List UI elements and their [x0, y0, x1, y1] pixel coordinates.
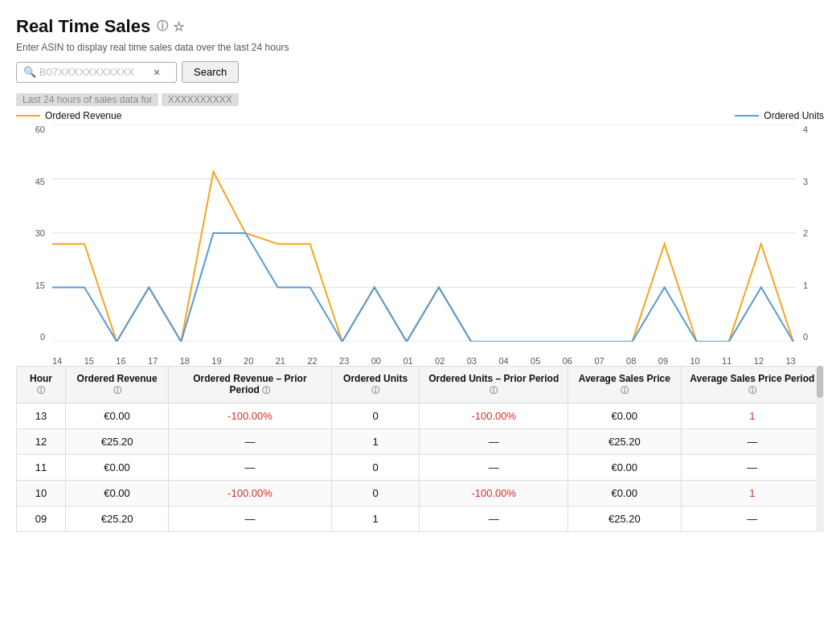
- table-cell: €0.00: [568, 455, 681, 481]
- data-table: Hour ⓘ Ordered Revenue ⓘ Ordered Revenue…: [16, 366, 824, 532]
- col-oup-info[interactable]: ⓘ: [490, 386, 498, 395]
- legend-ordered-units-label: Ordered Units: [764, 110, 824, 121]
- table-cell: 09: [17, 506, 66, 532]
- table-row: 12€25.20—1—€25.20—: [17, 429, 824, 455]
- table-cell: 0: [331, 455, 420, 481]
- table-cell: €0.00: [568, 404, 681, 429]
- col-avg-sales-price: Average Sales Price ⓘ: [568, 367, 681, 404]
- table-cell: 0: [331, 481, 420, 506]
- table-cell: €25.20: [568, 506, 681, 532]
- table-row: 09€25.20—1—€25.20—: [17, 506, 824, 532]
- col-orp-info[interactable]: ⓘ: [262, 386, 270, 395]
- table-cell: 1: [681, 481, 823, 506]
- table-cell: €0.00: [66, 455, 169, 481]
- col-asp-info[interactable]: ⓘ: [621, 386, 629, 395]
- x-axis: 14 15 16 17 18 19 20 21 22 23 00 01 02 0…: [52, 356, 796, 366]
- search-input-wrap: 🔍 ×: [16, 62, 177, 83]
- data-table-container: Hour ⓘ Ordered Revenue ⓘ Ordered Revenue…: [16, 366, 824, 532]
- page-subtitle: Enter ASIN to display real time sales da…: [16, 42, 824, 53]
- table-cell: —: [420, 506, 568, 532]
- chart-area: [52, 125, 796, 342]
- legend-orange-line: [16, 115, 40, 117]
- col-avg-sales-price-prior: Average Sales Price Period ⓘ: [681, 367, 823, 404]
- col-ordered-revenue: Ordered Revenue ⓘ: [66, 367, 169, 404]
- y-axis-left: 60 45 30 15 0: [16, 125, 48, 342]
- table-cell: 1: [331, 429, 420, 455]
- col-ordered-revenue-prior: Ordered Revenue – Prior Period ⓘ: [169, 367, 332, 404]
- scrollbar[interactable]: [816, 366, 824, 532]
- table-row: 11€0.00—0—€0.00—: [17, 455, 824, 481]
- col-hour: Hour ⓘ: [17, 367, 66, 404]
- table-cell: —: [169, 455, 332, 481]
- table-cell: 10: [17, 481, 66, 506]
- col-ordered-units: Ordered Units ⓘ: [331, 367, 420, 404]
- table-cell: —: [169, 506, 332, 532]
- table-cell: —: [420, 455, 568, 481]
- table-cell: €0.00: [66, 404, 169, 429]
- chart-svg: [52, 125, 796, 342]
- search-input[interactable]: [39, 66, 152, 78]
- table-cell: —: [681, 429, 823, 455]
- search-bar: 🔍 × Search: [16, 61, 824, 83]
- table-cell: -100.00%: [169, 404, 332, 429]
- table-cell: —: [169, 429, 332, 455]
- col-or-info[interactable]: ⓘ: [113, 386, 121, 395]
- info-icon: ⓘ: [157, 19, 168, 34]
- table-cell: —: [681, 506, 823, 532]
- chart-wrapper: 60 45 30 15 0 4 3 2 1 0 14 15 16: [16, 125, 824, 366]
- table-cell: €25.20: [568, 429, 681, 455]
- y-axis-right: 4 3 2 1 0: [800, 125, 824, 342]
- col-ordered-units-prior: Ordered Units – Prior Period ⓘ: [420, 367, 568, 404]
- col-aspp-info[interactable]: ⓘ: [748, 386, 756, 395]
- col-ou-info[interactable]: ⓘ: [371, 386, 379, 395]
- table-row: 10€0.00-100.00%0-100.00%€0.001: [17, 481, 824, 506]
- search-mag-icon: 🔍: [23, 66, 36, 78]
- table-cell: —: [681, 455, 823, 481]
- table-cell: 0: [331, 404, 420, 429]
- search-button[interactable]: Search: [182, 61, 239, 83]
- asin-masked: XXXXXXXXXX: [162, 93, 239, 106]
- table-row: 13€0.00-100.00%0-100.00%€0.001: [17, 404, 824, 429]
- table-cell: 12: [17, 429, 66, 455]
- table-cell: €0.00: [568, 481, 681, 506]
- table-cell: 11: [17, 455, 66, 481]
- table-cell: 1: [681, 404, 823, 429]
- table-cell: €25.20: [66, 429, 169, 455]
- legend-blue-line: [735, 115, 759, 117]
- data-label: Last 24 hours of sales data for XXXXXXXX…: [16, 94, 824, 105]
- legend-ordered-revenue-label: Ordered Revenue: [45, 110, 121, 121]
- table-cell: -100.00%: [420, 404, 568, 429]
- table-cell: 13: [17, 404, 66, 429]
- table-cell: €0.00: [66, 481, 169, 506]
- table-cell: €25.20: [66, 506, 169, 532]
- chart-legend: Ordered Revenue Ordered Units: [16, 110, 824, 121]
- page-title: Real Time Sales ⓘ ☆: [16, 16, 824, 37]
- col-hour-info[interactable]: ⓘ: [37, 386, 45, 395]
- table-cell: —: [420, 429, 568, 455]
- scrollbar-thumb[interactable]: [817, 366, 823, 398]
- table-cell: 1: [331, 506, 420, 532]
- star-icon[interactable]: ☆: [173, 19, 184, 35]
- table-cell: -100.00%: [420, 481, 568, 506]
- table-cell: -100.00%: [169, 481, 332, 506]
- table-header-row: Hour ⓘ Ordered Revenue ⓘ Ordered Revenue…: [17, 367, 824, 404]
- clear-button[interactable]: ×: [152, 66, 162, 79]
